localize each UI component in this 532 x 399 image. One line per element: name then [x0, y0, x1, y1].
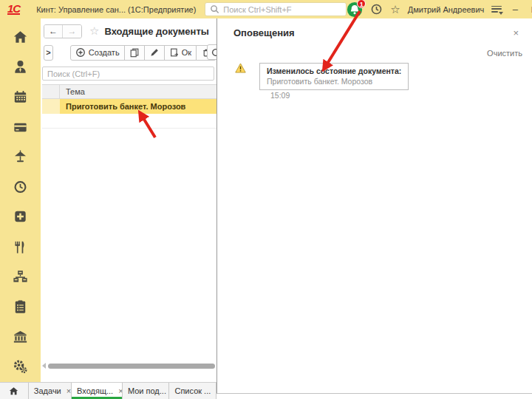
- back-button[interactable]: ←: [44, 25, 63, 38]
- section-sidebar: [0, 18, 41, 382]
- table-header[interactable]: Тема: [42, 84, 216, 99]
- medical-plus-icon: [12, 208, 29, 225]
- sidebar-item-accommodation[interactable]: [0, 142, 41, 172]
- history-icon[interactable]: [370, 3, 383, 16]
- service-menu-icon[interactable]: [491, 6, 502, 13]
- notifications-bell-button[interactable]: 1: [347, 1, 363, 18]
- horizontal-scrollbar[interactable]: [42, 362, 215, 369]
- search-icon: [210, 4, 219, 14]
- tab-label: Мои под...: [128, 386, 166, 395]
- notification-title: Изменилось состояние документа:: [267, 66, 401, 75]
- ok-button-label: Ок: [182, 48, 191, 57]
- notification-item[interactable]: Изменилось состояние документа: Приготов…: [235, 63, 409, 90]
- create-button-label: Создать: [89, 48, 120, 57]
- bank-icon: [12, 329, 29, 346]
- notifications-panel: Оповещения × Очистить Изменилось состоян…: [216, 18, 532, 394]
- ok-button[interactable]: Ок: [164, 45, 197, 61]
- maximize-button[interactable]: □: [528, 4, 532, 14]
- tab-list[interactable]: Список ... ×: [169, 383, 216, 399]
- page-title: Входящие документы: [104, 26, 208, 37]
- pencil-icon: [149, 47, 160, 58]
- structure-icon: [12, 268, 29, 285]
- tab-close-icon[interactable]: ×: [66, 386, 71, 395]
- create-button[interactable]: Создать: [70, 45, 125, 61]
- tab-home[interactable]: [0, 383, 29, 399]
- person-icon: [12, 58, 29, 75]
- sidebar-item-person[interactable]: [0, 52, 41, 83]
- clock-icon: [12, 179, 29, 196]
- tab-label: Задачи: [34, 386, 61, 395]
- calendar-icon: [12, 89, 29, 106]
- tab-label: Входящ...: [77, 386, 113, 395]
- open-windows-tabbar: Задачи × Входящ... × Мои под... × Список…: [0, 382, 216, 399]
- document-ok-icon: [169, 47, 180, 58]
- notification-message-box[interactable]: Изменилось состояние документа: Приготов…: [259, 63, 409, 90]
- settings-gears-icon: [12, 358, 29, 375]
- app-title: Кинт: Управление сан... (1С:Предприятие): [36, 5, 196, 14]
- global-search[interactable]: [205, 2, 347, 16]
- credit-card-icon: [12, 119, 29, 136]
- more-commands-button[interactable]: >: [44, 45, 53, 61]
- scrollbar-thumb[interactable]: [48, 364, 215, 369]
- sidebar-item-home[interactable]: [0, 22, 41, 52]
- clear-notifications-link[interactable]: Очистить: [487, 49, 522, 58]
- sidebar-item-calendar[interactable]: [0, 82, 41, 112]
- documents-table: Тема Приготовить банкет. Морозов: [42, 84, 216, 129]
- tab-tasks[interactable]: Задачи ×: [29, 383, 72, 399]
- notification-subject: Приготовить банкет. Морозов: [267, 77, 401, 86]
- close-panel-icon[interactable]: ×: [513, 27, 519, 38]
- lamp-icon: [12, 149, 29, 166]
- subject-column-header: Тема: [60, 87, 85, 96]
- scroll-left-icon[interactable]: [42, 363, 46, 369]
- tab-label: Список ...: [174, 386, 211, 395]
- notification-badge: 1: [357, 0, 366, 8]
- marker-column-header: [42, 85, 60, 98]
- title-bar: 1С Кинт: Управление сан... (1С:Предприят…: [0, 0, 532, 18]
- sidebar-item-structure[interactable]: [0, 262, 41, 293]
- list-toolbar: > Создать Ок: [44, 44, 216, 61]
- 1c-logo-icon: 1С: [7, 4, 20, 15]
- row-marker-cell: [42, 99, 60, 114]
- table-row-selected[interactable]: Приготовить банкет. Морозов: [42, 99, 216, 114]
- add-favorite-star-icon[interactable]: ☆: [89, 24, 99, 38]
- sidebar-item-payments[interactable]: [0, 112, 41, 143]
- tab-my-subordinates[interactable]: Мои под... ×: [123, 383, 170, 399]
- table-row: [42, 114, 216, 129]
- inbox-documents-view: ← → ☆ Входящие документы > Создать: [41, 18, 216, 382]
- sidebar-item-medicine[interactable]: [0, 202, 41, 232]
- home-icon: [12, 29, 29, 46]
- global-search-input[interactable]: [223, 5, 341, 14]
- sidebar-item-organization[interactable]: [0, 322, 41, 352]
- forward-button[interactable]: →: [63, 25, 81, 38]
- sidebar-item-tasks[interactable]: [0, 292, 41, 322]
- sidebar-item-settings[interactable]: [0, 352, 41, 382]
- tab-inbox-documents[interactable]: Входящ... ×: [72, 383, 123, 399]
- minimize-button[interactable]: –: [509, 4, 521, 14]
- row-subject-cell: Приготовить банкет. Морозов: [60, 99, 216, 114]
- copy-icon: [129, 47, 140, 58]
- current-user[interactable]: Дмитрий Андреевич: [408, 5, 485, 14]
- edit-button[interactable]: [144, 45, 165, 61]
- checklist-icon: [12, 299, 29, 316]
- notifications-panel-title: Оповещения: [233, 27, 295, 38]
- food-icon: [12, 239, 29, 256]
- sidebar-item-schedule[interactable]: [0, 172, 41, 202]
- favorites-star-icon[interactable]: ☆: [390, 4, 400, 15]
- list-search-input[interactable]: [42, 66, 214, 81]
- home-icon: [8, 386, 19, 397]
- notification-time: 15:09: [270, 91, 290, 100]
- warning-triangle-icon: [235, 63, 246, 73]
- copy-button[interactable]: [124, 45, 145, 61]
- plus-circle-icon: [75, 47, 86, 58]
- sidebar-item-food[interactable]: [0, 232, 41, 262]
